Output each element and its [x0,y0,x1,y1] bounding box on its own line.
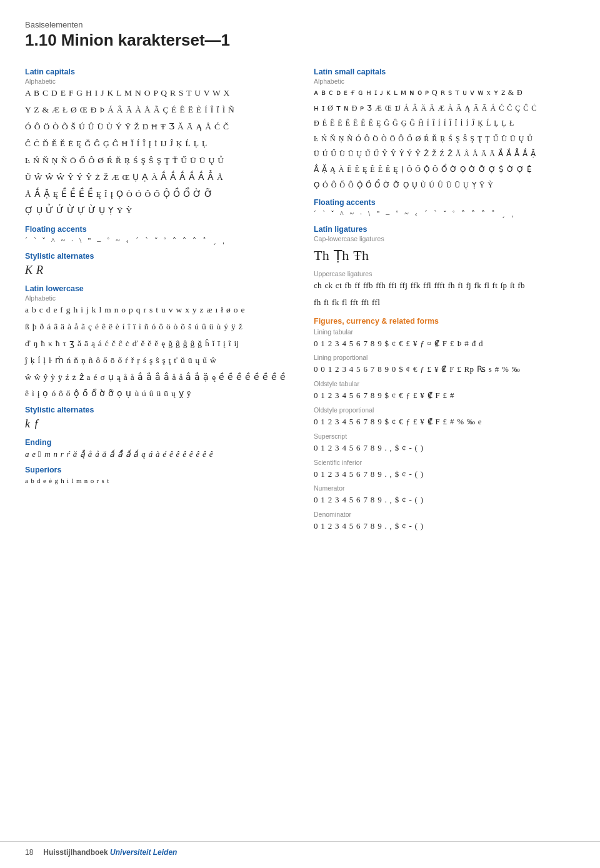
superiors-heading: Superiors [25,466,294,474]
page-wrapper: Basiselementen 1.10 Minion karakterset—1… [0,0,600,562]
uppercase-ligatures-chars-2: fh fi fk fl fft ffi ffl [314,296,575,309]
oldstyle-proportional-label: Oldstyle proportional [314,406,575,414]
right-column: Latin small capitals Alphabetic ᴀ ʙ ᴄ ᴅ … [314,67,575,537]
latin-lowercase-chars-3: ď ŋ ħ κ ħ τ ʒ ă ā ą á ć č ĉ ċ ď ě ĕ ĕ ę … [25,337,294,351]
page-title: 1.10 Minion karakterset—1 [25,31,575,50]
floating-accents-heading-l: Floating accents [25,225,294,234]
latin-small-caps-heading: Latin small capitals [314,67,575,76]
latin-small-caps-chars-4: Ŀ Ń Ň Ņ Ñ Ó Ô Ö Ò Ö Ô Ő Ø Ŕ Ř Ŗ Ś Ş Ŝ Ş … [314,133,575,145]
oldstyle-tabular-chars: 0 1 2 3 4 5 6 7 8 9 $ ¢ € ƒ £ ¥ ₡ F £ # [314,389,575,402]
floating-accents-chars-r: ´ ` ˇ ^ ~ · \ " – ˚ ~ ‹ ˊ ˋ ˘ ˚ ˄ ˄ ˄ ˟ … [314,208,575,220]
latin-lowercase-chars-2: ß þ ð á â ä à å ã ç é ê ë è í î ï ì ñ ó … [25,321,294,334]
oldstyle-tabular-label: Oldstyle tabular [314,380,575,387]
latin-capitals-chars-8: Ợ Ụ Ử Ứ Ừ Ự Ừ Ụ Ỵ Ÿ Ỳ [25,204,294,217]
footer-university: Universiteit Leiden [110,848,177,857]
numerator-label: Numerator [314,484,575,492]
stylistic-alternates-1-chars: K R [25,262,294,279]
floating-accents-chars-l: ´ ` ˇ ^ ~ · \ " – ˚ ~ ‹ ˊ ˋ ˘ ˚ ˄ ˄ ˄ ˟ … [25,235,294,247]
floating-accents-heading-r: Floating accents [314,198,575,207]
latin-lowercase-chars-4: ĵ ķ ĺ ļ ŀ ṁ ń ň ņ ñ ô ő ō ő ŕ ř ŗ ś ş ŝ … [25,354,294,367]
footer-page-num: 18 [25,848,33,857]
stylistic-alternates-2-chars: k ƒ [25,416,294,433]
latin-lowercase-sub: Alphabetic [25,294,294,302]
main-content: Latin capitals Alphabetic A B C D E F G … [25,67,575,537]
lining-tabular-label: Lining tabular [314,328,575,336]
latin-ligatures-heading: Latin ligatures [314,225,575,234]
denominator-label: Denominator [314,511,575,518]
superscript-label: Superscript [314,432,575,440]
latin-capitals-heading: Latin capitals [25,67,294,76]
latin-capitals-chars-3: Ó Ô Ö Ò Õ Š Ú Û Ü Ù Ý Ÿ Ž Ŋ Ħ Ŧ Ʒ Ă Ā Ą … [25,121,294,134]
stylistic-alternates-2-heading: Stylistic alternates [25,406,294,414]
lining-proportional-chars: 0 0 1 2 3 4 5 6 7 8 9 0 $ ¢ € ƒ £ ¥ ₡ F … [314,363,575,376]
stylistic-alternates-1-heading: Stylistic alternates [25,252,294,261]
latin-small-caps-chars-5: Ü Ú Ű Ü Ū Ų Ű Ű Ŷ Ŷ Ẏ Ý Ŷ Ẑ Ž Ź Ẑ Ă Å Å … [314,148,575,160]
ending-heading: Ending [25,438,294,447]
latin-small-caps-chars-7: Ọ Ó Ô Ő Ô Ộ Ồ Ổ Ờ Ỡ Ọ Ụ Ù Ú Û Ü Ū Ų Ỵ Ÿ … [314,179,575,191]
scientific-inferior-chars: 0 1 2 3 4 5 6 7 8 9 . , $ ¢ - ( ) [314,468,575,481]
superscript-chars: 0 1 2 3 4 5 6 7 8 9 . , $ ¢ - ( ) [314,442,575,455]
latin-small-caps-chars-2: ʜ ɪ Ø ᴛ ɴ Đ ᴘ Ʒ Æ Œ ɪJ Á Â Ä Ä Æ À Ā Ą Ā… [314,102,575,114]
oldstyle-proportional-chars: 0 1 2 3 4 5 6 7 8 9 $ ¢ € ƒ £ ¥ ₡ F £ # … [314,416,575,429]
scientific-inferior-label: Scientific inferior [314,459,575,466]
latin-capitals-chars-1: A B C D E F G H I J K L M N O P Q R S T … [25,87,294,100]
lining-proportional-label: Lining proportional [314,354,575,361]
latin-capitals-chars-2: Y Z & Æ Ł Ø Œ Ð Þ Á Â Ä À Å Ã Ç É Ê Ë È … [25,104,294,117]
numerator-chars: 0 1 2 3 4 5 6 7 8 9 . , $ ¢ - ( ) [314,494,575,507]
figures-heading: Figures, currency & related forms [314,317,575,326]
latin-lowercase-chars-5: ŵ ŵ ŷ ỳ ÿ ź ż ẑ a é σ ụ ą å å ắ ắ ắ ắ å … [25,371,294,384]
latin-capitals-sub: Alphabetic [25,77,294,85]
latin-capitals-chars-6: Ũ Ŵ Ŵ Ŵ Ŷ Ý Ŷ Ż Ž Æ Œ Ụ Ạ À Ắ Ắ Ắ Ắ Ắ Ẳ … [25,171,294,184]
ending-chars: a e ͫ m n r ŕ ă ą̊ å å ă ắ â̊ ắ ắ ą á à … [25,448,294,461]
uppercase-ligatures-chars: ch ck ct fb ff ffb ffh ffi ffj ffk ffl f… [314,279,575,292]
latin-lowercase-chars-1: a b c d e f g h i j k l m n o p q r s t … [25,304,294,317]
superiors-chars: a b d e è g h i l m n o r s t [25,476,294,486]
latin-lowercase-chars-6: ê ì į ọ ó ô ő ộ ồ ổ ờ ỡ ọ ụ ù ú û ü ū ų … [25,387,294,401]
cap-lowercase-label: Cap-lowercase ligatures [314,235,575,242]
section-label: Basiselementen [25,20,575,29]
uppercase-ligatures-label: Uppercase ligatures [314,270,575,277]
latin-capitals-chars-7: Å Ắ Ặ Ę Ề Ề Ề Ề Ę Î Į Ọ Ò Ó Ô Ő Ộ Ồ Ổ Ờ … [25,188,294,201]
latin-small-caps-chars-6: Ắ Ặ Ą À Ě Ê Ę Ê Ê Ê Ę Ị Ô Ő Ộ Ô Ổ Ờ Ọ Ờ … [314,164,575,176]
latin-small-caps-sub: Alphabetic [314,77,575,85]
latin-lowercase-heading: Latin lowercase [25,284,294,293]
latin-capitals-chars-4: Ĉ Ċ Ď Ě Ĕ Ė Ę Ğ Ĝ Ģ Ĝ Ħ Ĭ Í Î Į İ IJ Ĵ Ķ… [25,137,294,151]
left-column: Latin capitals Alphabetic A B C D E F G … [25,67,294,537]
denominator-chars: 0 1 2 3 4 5 6 7 8 9 . , $ ¢ - ( ) [314,520,575,533]
footer-text-label: Huisstijlhandboek [43,848,110,857]
page-footer: 18 Huisstijlhandboek Universiteit Leiden [0,841,600,857]
footer-text: Huisstijlhandboek Universiteit Leiden [43,848,177,857]
cap-lowercase-chars: Th Ṭh Ŧh [314,244,575,266]
page-header: Basiselementen 1.10 Minion karakterset—1 [25,20,575,50]
lining-tabular-chars: 0 1 2 3 4 5 6 7 8 9 $ ¢ € £ ¥ ƒ ¤ ₡ F £ … [314,337,575,351]
latin-small-caps-chars-1: ᴀ ʙ ᴄ ᴅ ᴇ ғ ɢ ʜ ɪ ᴊ ᴋ ʟ ᴍ ɴ ᴏ ᴘ Q ʀ ꜱ ᴛ … [314,87,575,99]
latin-capitals-chars-5: Ŀ Ń Ň Ņ Ñ Ö Ő Ô Ø Ŕ Ř Ŗ Ś Ş Ŝ Ş Ţ Ť Ű Ü … [25,154,294,167]
latin-small-caps-chars-3: Đ É Ê Ë Ê Ê Ê Ê Ę Ğ Ĝ Ģ Ĝ Ĥ Í Î Í Í Î Ï … [314,117,575,129]
